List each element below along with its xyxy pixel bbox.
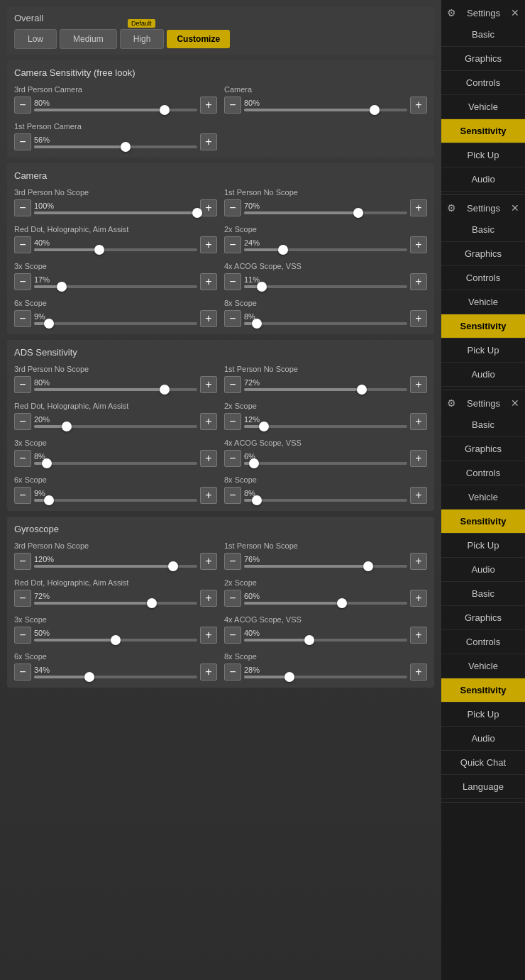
slider-minus[interactable]: − [224,236,241,253]
quality-high[interactable]: High [120,29,165,49]
sidebar-audio-2[interactable]: Audio [441,363,525,387]
slider-plus[interactable]: + [410,310,427,327]
slider-plus[interactable]: + [200,413,217,430]
sidebar-vehicle-3a[interactable]: Vehicle [441,485,525,510]
sidebar-controls-2[interactable]: Controls [441,266,525,290]
sidebar-graphics-2[interactable]: Graphics [441,242,525,266]
slider-plus[interactable]: + [200,487,217,504]
slider-track[interactable] [34,145,197,148]
slider-plus[interactable]: + [200,590,217,607]
slider-minus[interactable]: − [224,627,241,644]
slider-plus[interactable]: + [200,236,217,253]
slider-minus[interactable]: − [14,310,31,327]
quality-low[interactable]: Low [14,29,57,49]
slider-minus[interactable]: − [14,553,31,570]
quality-medium[interactable]: Medium [60,29,117,49]
slider-plus[interactable]: + [410,273,427,290]
slider-track[interactable] [34,109,197,111]
slider-plus[interactable]: + [200,553,217,570]
sidebar-pickup-2[interactable]: Pick Up [441,338,525,363]
slider-plus[interactable]: + [410,487,427,504]
slider-track[interactable] [244,676,407,678]
sidebar-graphics-3a[interactable]: Graphics [441,437,525,461]
slider-track[interactable] [34,462,197,465]
slider-plus[interactable]: + [200,310,217,327]
slider-plus[interactable]: + [410,590,427,607]
slider-track[interactable] [244,499,407,502]
sidebar-basic-3b[interactable]: Basic [441,582,525,606]
slider-track[interactable] [34,602,197,605]
slider-minus[interactable]: − [14,664,31,681]
sidebar-audio-1[interactable]: Audio [441,167,525,192]
slider-plus[interactable]: + [410,97,427,114]
sidebar-pickup-3b[interactable]: Pick Up [441,703,525,727]
sidebar-basic-1[interactable]: Basic [441,23,525,47]
sidebar-vehicle-3b[interactable]: Vehicle [441,654,525,678]
slider-minus[interactable]: − [224,487,241,504]
sidebar-controls-3b[interactable]: Controls [441,630,525,654]
slider-minus[interactable]: − [14,590,31,607]
slider-plus[interactable]: + [200,133,217,150]
sidebar-pickup-1[interactable]: Pick Up [441,143,525,167]
slider-plus[interactable]: + [410,376,427,393]
slider-track[interactable] [244,639,407,642]
close-icon-2[interactable]: ✕ [511,202,519,214]
slider-track[interactable] [244,425,407,428]
slider-minus[interactable]: − [14,376,31,393]
slider-track[interactable] [244,285,407,288]
slider-minus[interactable]: − [224,310,241,327]
slider-minus[interactable]: − [224,553,241,570]
slider-minus[interactable]: − [14,413,31,430]
slider-minus[interactable]: − [224,590,241,607]
slider-track[interactable] [34,565,197,568]
slider-minus[interactable]: − [224,450,241,467]
slider-plus[interactable]: + [410,553,427,570]
slider-plus[interactable]: + [200,273,217,290]
slider-track[interactable] [244,248,407,251]
sidebar-graphics-3b[interactable]: Graphics [441,606,525,630]
slider-track[interactable] [244,462,407,465]
slider-track[interactable] [34,425,197,428]
sidebar-basic-3a[interactable]: Basic [441,413,525,437]
slider-track[interactable] [34,211,197,214]
slider-track[interactable] [34,322,197,325]
slider-plus[interactable]: + [410,450,427,467]
slider-track[interactable] [244,388,407,391]
sidebar-pickup-3[interactable]: Pick Up [441,534,525,558]
sidebar-sensitivity-3[interactable]: Sensitivity [441,510,525,534]
slider-minus[interactable]: − [14,97,31,114]
slider-minus[interactable]: − [224,199,241,216]
slider-track[interactable] [34,388,197,391]
slider-plus[interactable]: + [200,664,217,681]
slider-track[interactable] [244,211,407,214]
slider-plus[interactable]: + [410,199,427,216]
sidebar-quickchat[interactable]: Quick Chat [441,751,525,775]
slider-minus[interactable]: − [224,273,241,290]
close-icon-3[interactable]: ✕ [511,397,519,409]
slider-plus[interactable]: + [200,97,217,114]
slider-track[interactable] [34,639,197,642]
slider-track[interactable] [244,602,407,605]
close-icon-1[interactable]: ✕ [511,7,519,18]
slider-plus[interactable]: + [410,236,427,253]
sidebar-graphics-1[interactable]: Graphics [441,47,525,71]
sidebar-sensitivity-3b[interactable]: Sensitivity [441,678,525,703]
slider-minus[interactable]: − [14,450,31,467]
slider-minus[interactable]: − [224,664,241,681]
slider-track[interactable] [34,285,197,288]
slider-track[interactable] [34,499,197,502]
slider-plus[interactable]: + [200,627,217,644]
slider-track[interactable] [244,322,407,325]
sidebar-controls-1[interactable]: Controls [441,71,525,95]
sidebar-sensitivity-1[interactable]: Sensitivity [441,119,525,143]
slider-minus[interactable]: − [224,413,241,430]
sidebar-vehicle-2[interactable]: Vehicle [441,290,525,314]
slider-minus[interactable]: − [14,627,31,644]
sidebar-sensitivity-2[interactable]: Sensitivity [441,314,525,338]
sidebar-language[interactable]: Language [441,775,525,799]
slider-plus[interactable]: + [410,413,427,430]
slider-plus[interactable]: + [410,627,427,644]
slider-minus[interactable]: − [14,199,31,216]
quality-customize[interactable]: Customize [167,30,230,48]
slider-minus[interactable]: − [14,487,31,504]
